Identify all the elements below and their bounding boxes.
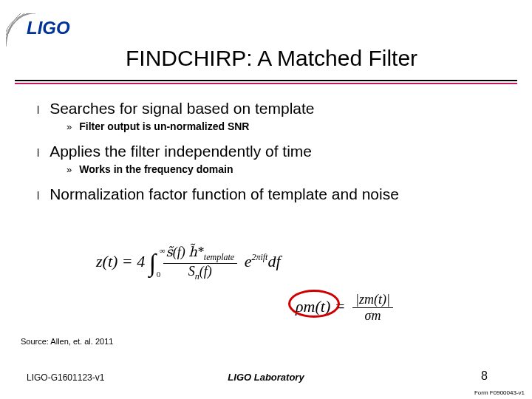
eq2-denominator: σm	[352, 308, 393, 324]
integral-icon: ∫∞0	[149, 249, 156, 277]
form-id: Form F0900043-v1	[474, 389, 525, 396]
bullet-text: Searches for signal based on template	[50, 100, 314, 117]
logo-text: LIGO	[27, 18, 70, 38]
eq2-fraction: |zm(t)| σm	[352, 292, 393, 324]
divider-black	[15, 80, 517, 81]
footer: LIGO-G1601123-v1 LIGO Laboratory 8	[0, 368, 532, 383]
page-number: 8	[481, 369, 488, 383]
bullet-text: Applies the filter independently of time	[50, 143, 312, 160]
ligo-logo: LIGO	[6, 13, 95, 47]
footer-lab: LIGO Laboratory	[0, 372, 532, 383]
eq1-lhs: z(t) = 4	[96, 252, 145, 270]
bullet-item: l Applies the filter independently of ti…	[37, 143, 510, 160]
sub-bullet-marker: »	[66, 164, 72, 175]
bullet-item: l Searches for signal based on template	[37, 100, 510, 117]
bullet-marker: l	[37, 104, 39, 116]
divider-magenta	[15, 83, 517, 84]
eq1-tail: df	[267, 252, 280, 270]
equations-area: z(t) = 4 ∫∞0 s̃(f) h̃*template Sn(f) e2π…	[74, 244, 488, 332]
sub-bullet-item: » Works in the frequency domain	[66, 163, 510, 175]
eq1-exp-sup: 2πift	[251, 252, 267, 262]
sub-bullet-text: Filter output is un-normalized SNR	[79, 120, 249, 132]
bullet-marker: l	[37, 190, 39, 202]
bullet-text: Normalization factor function of templat…	[50, 185, 399, 203]
eq1-fraction: s̃(f) h̃*template Sn(f)	[163, 244, 238, 282]
source-citation: Source: Allen, et. al. 2011	[21, 337, 113, 346]
eq1-exp: e	[245, 252, 252, 270]
bullet-item: l Normalization factor function of templ…	[37, 185, 510, 203]
bullet-marker: l	[37, 147, 39, 159]
bullet-list: l Searches for signal based on template …	[37, 100, 510, 206]
slide-title: FINDCHIRP: A Matched Filter	[126, 46, 417, 71]
eq1-numerator: s̃(f) h̃*template	[163, 244, 238, 264]
equation-rho: ρm(t) = |zm(t)| σm	[296, 292, 396, 324]
sub-bullet-marker: »	[66, 121, 72, 132]
sub-bullet-item: » Filter output is un-normalized SNR	[66, 120, 510, 132]
int-upper: ∞	[160, 246, 166, 255]
eq1-denominator: Sn(f)	[163, 264, 238, 282]
sub-bullet-text: Works in the frequency domain	[79, 163, 233, 175]
int-lower: 0	[157, 270, 161, 279]
equation-z: z(t) = 4 ∫∞0 s̃(f) h̃*template Sn(f) e2π…	[96, 244, 281, 282]
eq2-numerator: |zm(t)|	[352, 292, 393, 308]
